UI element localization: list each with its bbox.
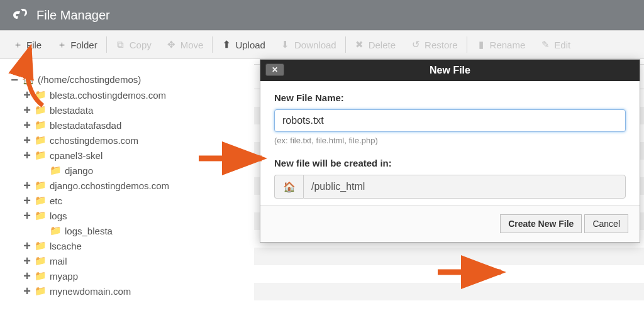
expand-icon[interactable]: + [23,136,31,145]
filename-label: New File Name: [274,92,626,103]
folder-icon: 📁 [35,240,47,251]
tree-item[interactable]: 📁logs_blesta [10,223,242,238]
create-file-button[interactable]: Create New File [500,214,582,233]
tree-item-label: lscache [50,241,82,251]
tree-item-label: logs_blesta [65,226,113,236]
label: Folder [70,40,97,50]
tree-item-label: blestadatafasdad [50,120,121,131]
tree-item[interactable]: +📁mail [10,253,242,268]
table-row[interactable] [254,300,644,318]
label: Restore [425,40,458,50]
table-row[interactable] [254,265,644,283]
expand-icon[interactable]: + [23,90,31,99]
tree-item-label: cpanel3-skel [50,150,103,161]
path-home-button[interactable]: 🏠 [274,175,303,199]
tree-item[interactable]: +📁blestadatafasdad [10,118,242,133]
rename-button[interactable]: ▮ Rename [469,35,533,54]
move-icon: ✥ [167,39,177,50]
dialog-titlebar[interactable]: ✕ New File [260,60,640,81]
folder-icon: 📁 [35,195,47,206]
collapse-icon[interactable]: − [10,75,19,84]
tree-item-label: mynewdomain.com [50,286,131,297]
tree-item[interactable]: +📁mynewdomain.com [10,283,242,299]
plus-icon: ＋ [57,39,67,51]
expand-icon[interactable]: + [23,121,31,129]
tree-item[interactable]: 📁django [10,163,242,178]
delete-icon: ✖ [355,39,365,50]
folder-icon: 📁 [35,210,47,221]
tree-item-label: etc [50,195,62,206]
new-file-button[interactable]: ＋ File [5,35,49,55]
toolbar-separator [212,36,213,53]
tree-item[interactable]: +📁etc [10,193,242,208]
folder-icon: 📁 [35,134,47,146]
tree-item-label: myapp [50,271,78,282]
tree-item[interactable]: +📁cpanel3-skel [10,148,242,163]
folder-icon: 📁 [50,165,62,176]
expand-icon[interactable]: + [23,241,31,250]
folder-icon: 📁 [35,285,47,297]
cancel-button[interactable]: Cancel [584,214,628,233]
toolbar-separator [345,36,346,53]
tree-item-label: blestadata [50,105,93,116]
path-input[interactable]: /public_html [303,175,626,199]
download-icon: ⬇ [280,39,291,50]
home-folder-icon: 🏠 [22,74,35,85]
folder-icon: 📁 [35,104,47,116]
tree-item[interactable]: +📁cchostingdemos.com [10,133,242,148]
rename-icon: ▮ [476,39,486,50]
tree-item-label: blesta.cchostingdemos.com [50,90,166,101]
tree-item[interactable]: +📁blestadata [10,102,242,118]
label: Upload [235,40,265,50]
plus-icon: ＋ [13,39,23,51]
tree-item[interactable]: +📁blesta.cchostingdemos.com [10,87,242,102]
main-toolbar: ＋ File ＋ Folder ⧉ Copy ✥ Move ⬆ Upload ⬇… [0,30,644,59]
tree-item-label: django [65,165,93,176]
close-icon: ✕ [272,65,278,74]
table-row[interactable] [254,283,644,300]
tree-item[interactable]: +📁logs [10,208,242,223]
label: Copy [130,40,152,50]
edit-button[interactable]: ✎ Edit [533,35,578,54]
tree-item-label: django.cchostingdemos.com [50,180,169,191]
new-folder-button[interactable]: ＋ Folder [49,35,105,55]
tree-item-label: logs [50,211,67,221]
expand-icon[interactable]: + [23,151,31,160]
path-value: /public_html [311,181,365,192]
label: Rename [490,40,526,50]
expand-icon[interactable]: + [23,211,31,220]
expand-icon[interactable]: + [23,287,31,295]
folder-icon: 📁 [50,225,62,236]
tree-item[interactable]: +📁myapp [10,268,242,283]
new-file-dialog: ✕ New File New File Name: (ex: file.txt,… [260,59,640,243]
tree-item[interactable]: +📁lscache [10,238,242,253]
cpanel-logo-icon [9,8,28,22]
expand-icon[interactable]: + [23,106,31,114]
download-button[interactable]: ⬇ Download [273,35,344,54]
tree-spacer [38,166,47,175]
restore-button[interactable]: ↺ Restore [403,35,465,54]
copy-button[interactable]: ⧉ Copy [108,35,159,54]
expand-icon[interactable]: + [23,271,31,280]
tree-root[interactable]: − 🏠 (/home/cchostingdemos) [10,72,242,87]
expand-icon[interactable]: + [23,196,31,205]
folder-icon: 📁 [35,89,47,101]
folder-tree: − 🏠 (/home/cchostingdemos) +📁blesta.ccho… [0,59,249,318]
dialog-close-button[interactable]: ✕ [265,63,284,76]
filename-input[interactable] [274,109,626,132]
folder-icon: 📁 [35,119,47,131]
toolbar-separator [467,36,467,53]
folder-icon: 📁 [35,180,47,191]
expand-icon[interactable]: + [23,181,31,190]
pencil-icon: ✎ [540,39,550,50]
upload-icon: ⬆ [221,39,231,50]
delete-button[interactable]: ✖ Delete [347,35,403,54]
tree-item[interactable]: +📁django.cchostingdemos.com [10,178,242,193]
folder-icon: 📁 [35,255,47,266]
label: Download [294,40,336,50]
expand-icon[interactable]: + [23,256,31,265]
upload-button[interactable]: ⬆ Upload [214,35,273,54]
table-row[interactable] [254,248,644,265]
move-button[interactable]: ✥ Move [159,35,211,54]
tree-spacer [38,226,47,235]
